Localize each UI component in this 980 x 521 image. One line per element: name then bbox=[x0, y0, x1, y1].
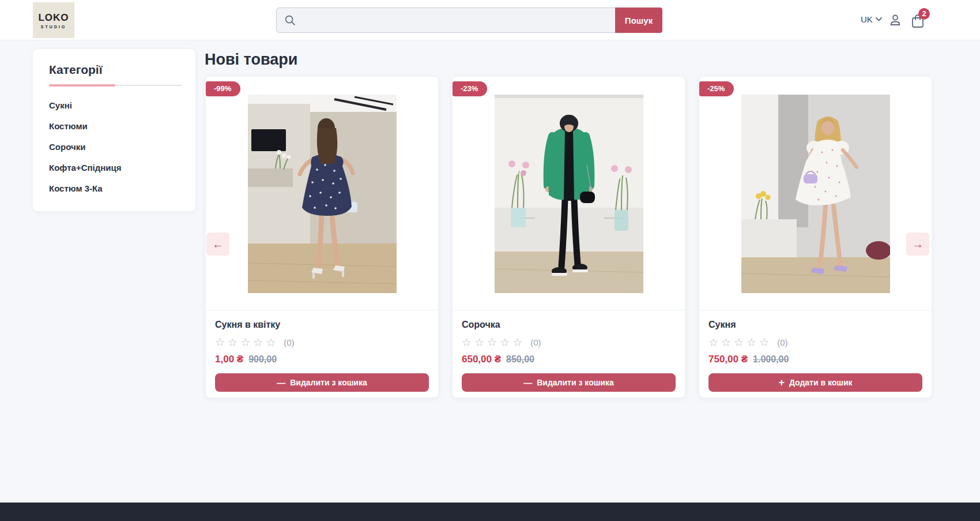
cart-button-label: Видалити з кошика bbox=[290, 378, 367, 387]
carousel-next-button[interactable]: → bbox=[906, 233, 929, 256]
arrow-left-icon: ← bbox=[212, 238, 224, 251]
product-rating: ☆☆☆☆☆ (0) bbox=[708, 337, 922, 348]
rating-count: (0) bbox=[530, 338, 541, 347]
arrow-right-icon: → bbox=[912, 238, 924, 251]
product-title[interactable]: Сукня bbox=[708, 320, 922, 330]
star-rating-icons: ☆☆☆☆☆ bbox=[215, 337, 278, 348]
search-input[interactable] bbox=[276, 8, 615, 33]
product-info: Сорочка ☆☆☆☆☆ (0) 650,00 ₴ 850,00 — Вида… bbox=[453, 310, 685, 398]
page-title: Нові товари bbox=[205, 51, 297, 69]
rating-count: (0) bbox=[777, 338, 787, 347]
search-bar: Пошук bbox=[276, 8, 662, 33]
current-price: 1,00 ₴ bbox=[215, 354, 243, 365]
cart-count-badge: 2 bbox=[918, 8, 930, 20]
old-price: 1.000,00 bbox=[753, 354, 789, 365]
star-rating-icons: ☆☆☆☆☆ bbox=[462, 337, 525, 348]
product-card: -23% bbox=[452, 76, 685, 398]
language-label: UK bbox=[861, 14, 873, 24]
cart-button-label: Додати в кошик bbox=[789, 378, 853, 387]
carousel-prev-button[interactable]: ← bbox=[206, 233, 229, 256]
product-card: -25% bbox=[699, 76, 932, 398]
star-rating-icons: ☆☆☆☆☆ bbox=[708, 337, 772, 348]
footer bbox=[0, 503, 980, 521]
chevron-down-icon bbox=[876, 17, 882, 21]
product-rating: ☆☆☆☆☆ (0) bbox=[215, 337, 429, 348]
product-image[interactable] bbox=[248, 95, 397, 293]
account-button[interactable] bbox=[888, 13, 902, 29]
product-image[interactable] bbox=[741, 95, 890, 293]
discount-badge: -23% bbox=[453, 81, 487, 96]
rating-count: (0) bbox=[284, 338, 294, 347]
cart-button-label: Видалити з кошика bbox=[537, 378, 614, 387]
logo[interactable]: LOKO STUDIO bbox=[33, 2, 74, 38]
sidebar-item-top-skirt[interactable]: Кофта+Спідниця bbox=[49, 163, 182, 173]
category-list: Сукні Костюми Сорочки Кофта+Спідниця Кос… bbox=[49, 100, 182, 193]
user-icon bbox=[888, 13, 902, 27]
product-info: Сукня ☆☆☆☆☆ (0) 750,00 ₴ 1.000,00 + Дода… bbox=[699, 310, 932, 398]
remove-from-cart-button[interactable]: — Видалити з кошика bbox=[462, 373, 676, 392]
categories-divider bbox=[49, 84, 182, 87]
discount-badge: -25% bbox=[699, 81, 734, 96]
remove-from-cart-button[interactable]: — Видалити з кошика bbox=[215, 373, 429, 392]
discount-badge: -99% bbox=[206, 81, 240, 96]
language-switcher[interactable]: UK bbox=[861, 14, 882, 24]
sidebar-item-dresses[interactable]: Сукні bbox=[49, 100, 182, 110]
minus-icon: — bbox=[523, 378, 532, 387]
price-row: 1,00 ₴ 900,00 bbox=[215, 354, 429, 365]
logo-text-primary: LOKO bbox=[38, 12, 69, 24]
header: LOKO STUDIO Пошук UK 2 bbox=[0, 0, 980, 40]
product-image[interactable] bbox=[495, 95, 643, 293]
old-price: 900,00 bbox=[248, 354, 277, 365]
cart-button[interactable]: 2 bbox=[910, 13, 925, 31]
product-card: -99% bbox=[205, 76, 439, 398]
categories-panel: Категорії Сукні Костюми Сорочки Кофта+Сп… bbox=[33, 49, 195, 211]
add-to-cart-button[interactable]: + Додати в кошик bbox=[708, 373, 922, 392]
current-price: 650,00 ₴ bbox=[462, 354, 501, 365]
search-button[interactable]: Пошук bbox=[615, 8, 662, 33]
product-grid: -99% bbox=[205, 76, 932, 398]
categories-title: Категорії bbox=[49, 63, 182, 77]
product-title[interactable]: Сорочка bbox=[462, 320, 676, 330]
sidebar-item-shirts[interactable]: Сорочки bbox=[49, 142, 182, 152]
logo-text-secondary: STUDIO bbox=[41, 25, 66, 29]
product-rating: ☆☆☆☆☆ (0) bbox=[462, 337, 676, 348]
current-price: 750,00 ₴ bbox=[708, 354, 748, 365]
plus-icon: + bbox=[778, 377, 785, 388]
old-price: 850,00 bbox=[506, 354, 534, 365]
price-row: 650,00 ₴ 850,00 bbox=[462, 354, 676, 365]
product-info: Сукня в квітку ☆☆☆☆☆ (0) 1,00 ₴ 900,00 —… bbox=[206, 310, 438, 398]
product-title[interactable]: Сукня в квітку bbox=[215, 320, 429, 330]
sidebar-item-suits[interactable]: Костюми bbox=[49, 121, 182, 131]
minus-icon: — bbox=[277, 378, 285, 387]
price-row: 750,00 ₴ 1.000,00 bbox=[708, 354, 922, 365]
sidebar-item-suit-3pc[interactable]: Костюм 3-Ка bbox=[49, 183, 182, 193]
